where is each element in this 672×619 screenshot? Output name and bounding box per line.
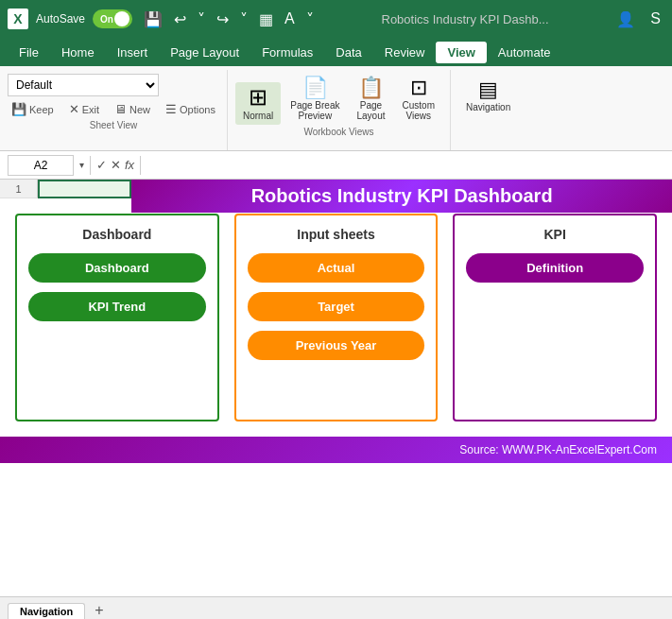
options-icon: ☰ (165, 102, 177, 116)
kpi-box-title: KPI (544, 227, 566, 242)
redo-dropdown-icon[interactable]: ˅ (236, 9, 251, 30)
menu-review[interactable]: Review (373, 42, 437, 63)
page-break-label: Page BreakPreview (290, 100, 339, 121)
definition-pill[interactable]: Definition (466, 253, 644, 283)
exit-icon: ✕ (69, 102, 79, 116)
navigation-button[interactable]: ▤ Navigation (458, 74, 518, 116)
menu-bar: File Home Insert Page Layout Formulas Da… (0, 38, 672, 66)
autosave-toggle[interactable]: On (93, 9, 132, 28)
dashboard-title: Robotics Industry KPI Dashboard (251, 185, 553, 206)
menu-page-layout[interactable]: Page Layout (159, 42, 250, 63)
window-title: Robotics Industry KPI Dashb... (325, 12, 606, 26)
menu-automate[interactable]: Automate (487, 42, 562, 63)
save-icon[interactable]: 💾 (140, 9, 166, 30)
menu-view[interactable]: View (436, 42, 486, 63)
menu-data[interactable]: Data (324, 42, 372, 63)
row-num-1: 1 (0, 180, 38, 198)
minimize-icon[interactable]: S (646, 9, 664, 29)
excel-icon: X (8, 9, 28, 29)
formula-input[interactable] (146, 155, 664, 176)
undo-dropdown-icon[interactable]: ˅ (194, 9, 209, 30)
sheet-view-label: Sheet View (8, 118, 219, 130)
workbook-views-section: ⊞ Normal 📄 Page BreakPreview 📋 PageLayou… (228, 70, 451, 150)
custom-views-icon: ⊡ (410, 77, 427, 98)
menu-formulas[interactable]: Formulas (250, 42, 324, 63)
sheet-view-dropdown[interactable]: Default Custom View 1 Custom View 2 (8, 74, 159, 96)
font-color-icon[interactable]: A (281, 9, 299, 29)
toggle-circle (114, 11, 129, 26)
cell-a1[interactable] (38, 180, 131, 198)
main-content: 1 Robotics Industry KPI Dashboard Dashbo… (0, 180, 672, 619)
menu-insert[interactable]: Insert (106, 42, 160, 63)
navigation-icon: ▤ (478, 77, 498, 102)
nav-section: ▤ Navigation (451, 70, 526, 150)
new-label: New (129, 104, 150, 115)
nav-boxes-wrapper: Dashboard Dashboard KPI Trend Input shee… (0, 198, 672, 421)
page-layout-icon: 📋 (358, 77, 384, 98)
undo-icon[interactable]: ↩ (170, 9, 190, 30)
exit-button[interactable]: ✕ Exit (65, 100, 103, 118)
input-sheets-box: Input sheets Actual Target Previous Year (234, 214, 439, 421)
formula-dropdown-icon[interactable]: ▾ (79, 160, 84, 170)
normal-view-button[interactable]: ⊞ Normal (235, 82, 281, 125)
footer-text: Source: WWW.PK-AnExcelExpert.Com (459, 443, 657, 456)
toggle-on-text: On (100, 14, 113, 25)
menu-file[interactable]: File (8, 42, 50, 63)
sheet-view-buttons: 💾 Keep ✕ Exit 🖥 New ☰ Options (8, 100, 219, 118)
sheet-view-section: Default Custom View 1 Custom View 2 💾 Ke… (0, 70, 228, 150)
user-icon[interactable]: 👤 (612, 9, 639, 30)
dashboard-box-title: Dashboard (82, 227, 151, 242)
page-layout-button[interactable]: 📋 PageLayout (349, 74, 392, 125)
sheet-tabs-bar: Navigation + (0, 596, 672, 619)
options-button[interactable]: ☰ Options (162, 100, 219, 118)
add-sheet-icon[interactable]: + (95, 602, 103, 619)
toolbar-icons: 💾 ↩ ˅ ↪ ˅ ▦ A ˅ (140, 9, 318, 30)
dashboard-pill[interactable]: Dashboard (28, 253, 206, 283)
ribbon: Default Custom View 1 Custom View 2 💾 Ke… (0, 66, 672, 151)
normal-icon: ⊞ (249, 86, 267, 109)
kpi-trend-pill[interactable]: KPI Trend (28, 292, 206, 321)
keep-button[interactable]: 💾 Keep (8, 100, 58, 118)
more-icon[interactable]: ˅ (302, 9, 318, 30)
exit-label: Exit (82, 104, 99, 115)
dashboard-box: Dashboard Dashboard KPI Trend (15, 214, 219, 421)
keep-label: Keep (29, 104, 54, 115)
cell-rest-row1: Robotics Industry KPI Dashboard (131, 180, 672, 198)
sheet-tab-navigation[interactable]: Navigation (8, 603, 85, 619)
input-sheets-box-title: Input sheets (297, 227, 374, 242)
navigation-label: Navigation (466, 102, 510, 112)
footer-bar: Source: WWW.PK-AnExcelExpert.Com (0, 437, 672, 463)
normal-label: Normal (243, 111, 273, 121)
checkmark-icon[interactable]: ✓ (96, 158, 107, 172)
workbook-view-buttons: ⊞ Normal 📄 Page BreakPreview 📋 PageLayou… (235, 74, 442, 125)
new-button[interactable]: 🖥 New (111, 100, 154, 118)
cross-icon[interactable]: ✕ (111, 158, 121, 172)
custom-views-label: CustomViews (403, 100, 435, 121)
page-break-button[interactable]: 📄 Page BreakPreview (283, 74, 347, 125)
actual-pill[interactable]: Actual (248, 253, 425, 283)
new-icon: 🖥 (114, 102, 127, 116)
nav-boxes-row: Dashboard Dashboard KPI Trend Input shee… (15, 214, 657, 421)
spreadsheet-area: 1 Robotics Industry KPI Dashboard Dashbo… (0, 180, 672, 596)
formula-separator (90, 156, 91, 175)
page-break-icon: 📄 (302, 77, 328, 98)
autosave-label: AutoSave (36, 12, 85, 26)
title-bar: X AutoSave On 💾 ↩ ˅ ↪ ˅ ▦ A ˅ Robotics I… (0, 0, 672, 38)
dashboard-header: Robotics Industry KPI Dashboard (131, 180, 672, 213)
custom-views-button[interactable]: ⊡ CustomViews (395, 74, 442, 125)
kpi-box: KPI Definition (453, 214, 657, 421)
formula-icons: ✓ ✕ fx (96, 158, 134, 172)
previous-year-pill[interactable]: Previous Year (248, 331, 425, 360)
menu-home[interactable]: Home (50, 42, 106, 63)
fx-icon[interactable]: fx (125, 158, 134, 172)
target-pill[interactable]: Target (248, 292, 425, 321)
redo-icon[interactable]: ↪ (213, 9, 233, 30)
workbook-views-label: Workbook Views (303, 125, 373, 137)
grid-icon[interactable]: ▦ (255, 9, 277, 30)
cell-reference-input[interactable]: A2 (8, 155, 74, 176)
formula-separator-2 (140, 156, 141, 175)
options-label: Options (180, 104, 215, 115)
row-1: 1 Robotics Industry KPI Dashboard (0, 180, 672, 198)
page-layout-label: PageLayout (356, 100, 385, 121)
formula-bar: A2 ▾ ✓ ✕ fx (0, 151, 672, 180)
